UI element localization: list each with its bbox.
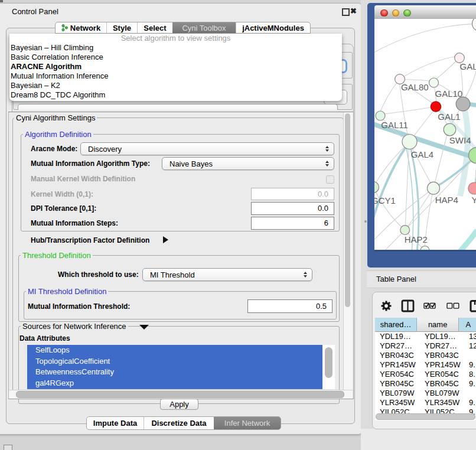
svg-text:YJ: YJ	[472, 195, 476, 205]
svg-text:GAL1: GAL1	[438, 112, 460, 122]
svg-text:GAL11: GAL11	[381, 120, 408, 130]
svg-text:GAL80: GAL80	[401, 82, 429, 92]
svg-text:GAL4: GAL4	[411, 149, 433, 159]
svg-text:HAP2: HAP2	[405, 234, 428, 244]
svg-text:GCY1: GCY1	[374, 195, 396, 206]
svg-text:GAL7: GAL7	[460, 61, 476, 71]
svg-text:HAP4: HAP4	[435, 195, 458, 205]
svg-text:GAL10: GAL10	[435, 89, 463, 99]
svg-text:SWI4: SWI4	[449, 135, 471, 145]
